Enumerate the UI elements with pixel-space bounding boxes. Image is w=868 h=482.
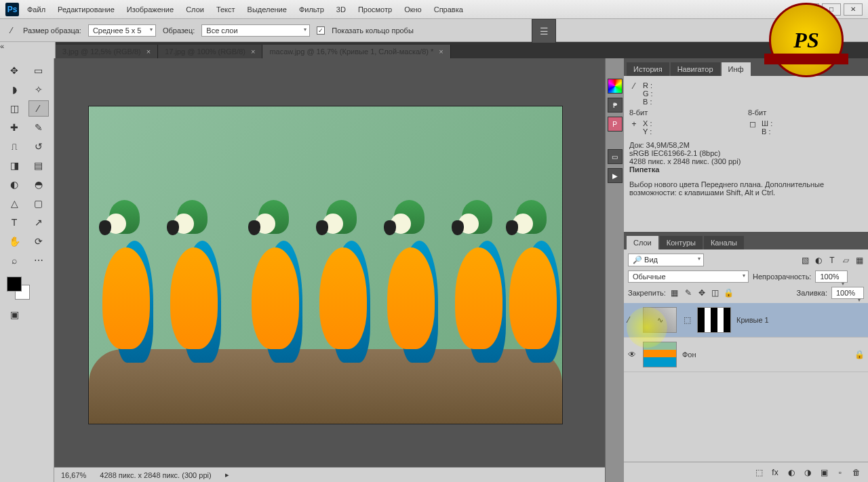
adjustment-layer-icon[interactable]: ◑	[803, 468, 812, 477]
paragraph-dock-icon[interactable]: P	[608, 117, 623, 132]
lock-pixels-icon[interactable]: ▦	[670, 288, 679, 298]
magic-wand-tool[interactable]: ✧	[28, 81, 49, 98]
lock-artboard-icon[interactable]: ◫	[711, 288, 720, 298]
dodge-tool[interactable]: ◓	[28, 176, 49, 193]
crosshair-icon: +	[629, 119, 639, 129]
filter-adjust-icon[interactable]: ◐	[814, 256, 823, 265]
doc-tab-2[interactable]: macaw.jpg @ 16,7% (Кривые 1, Слой-маска/…	[262, 45, 450, 58]
menu-filter[interactable]: Фильтр	[299, 5, 324, 14]
layers-panel: Слои Контуры Каналы 🔎 Вид ▧ ◐ T ▱ ▦	[624, 232, 868, 482]
tabs-left-spacer: «	[0, 42, 56, 58]
glyphs-dock-icon[interactable]: ₱	[608, 98, 623, 113]
tab-history[interactable]: История	[627, 62, 669, 76]
group-icon[interactable]: ▣	[819, 468, 829, 477]
window-close-button[interactable]: ✕	[844, 3, 863, 16]
foreground-color[interactable]	[7, 277, 22, 292]
tab-paths[interactable]: Контуры	[660, 236, 703, 249]
floating-panel-icon[interactable]: ☰	[532, 19, 556, 43]
close-icon[interactable]: ×	[439, 47, 443, 56]
actions-dock-icon[interactable]: ▶	[608, 168, 623, 183]
fill-input[interactable]: 100%	[831, 287, 864, 299]
options-bar: ⁄ Размер образца: Среднее 5 x 5 Образец:…	[0, 19, 868, 42]
menu-view[interactable]: Просмотр	[358, 5, 392, 14]
link-layers-icon[interactable]: ⬚	[754, 468, 764, 477]
close-icon[interactable]: ×	[146, 47, 151, 56]
eyedropper-tool[interactable]: ⁄	[28, 100, 49, 117]
opacity-input[interactable]: 100%	[815, 270, 848, 283]
layer-name[interactable]: Кривые 1	[736, 316, 769, 324]
trash-icon[interactable]: 🗑	[852, 468, 861, 477]
marquee-tool[interactable]: ▭	[28, 62, 49, 79]
menu-image[interactable]: Изображение	[127, 5, 174, 14]
history-dock-icon[interactable]: ▭	[608, 149, 623, 164]
dock-column: ₱ P ▭ ▶	[605, 58, 624, 482]
history-brush-tool[interactable]: ↺	[28, 138, 49, 155]
stamp-tool[interactable]: ⎍	[4, 138, 24, 155]
toolbox: ✥ ▭ ◗ ✧ ◫ ⁄ ✚ ✎ ⎍ ↺ ◨ ▤ ◐ ◓ △ ▢ T ↗ ✋ ⟳ …	[0, 58, 54, 482]
zoom-level[interactable]: 16,67%	[61, 471, 86, 479]
blur-tool[interactable]: ◐	[4, 176, 24, 193]
screen-mode-tool[interactable]: ▣	[4, 306, 24, 323]
new-layer-icon[interactable]: ▫	[835, 468, 845, 477]
doc-tab-1[interactable]: 17.jpg @ 100% (RGB/8)×	[158, 45, 262, 58]
sample-size-label: Размер образца:	[23, 26, 81, 35]
rotate-tool[interactable]: ⟳	[28, 233, 49, 249]
close-icon[interactable]: ×	[251, 47, 255, 56]
lasso-tool[interactable]: ◗	[4, 81, 24, 98]
tab-navigator[interactable]: Навигатор	[671, 62, 720, 76]
mask-icon[interactable]: ◐	[787, 468, 796, 477]
tab-channels[interactable]: Каналы	[704, 236, 744, 249]
layer-item-background[interactable]: 👁 Фон 🔒	[624, 338, 868, 372]
sample-label: Образец:	[163, 26, 195, 35]
doc-dimensions: 4288 пикс. x 2848 пикс. (300 ppi)	[100, 471, 211, 479]
lock-brush-icon[interactable]: ✎	[684, 288, 693, 298]
layer-name[interactable]: Фон	[682, 350, 696, 359]
layer-mask-thumb[interactable]	[697, 307, 731, 333]
info-doc: Док: 34,9M/58,2M	[629, 141, 863, 149]
color-dock-icon[interactable]	[608, 79, 623, 94]
move-tool[interactable]: ✥	[4, 62, 24, 79]
sample-size-select[interactable]: Среднее 5 x 5	[88, 24, 156, 37]
menu-select[interactable]: Выделение	[248, 5, 287, 14]
menu-layers[interactable]: Слои	[186, 5, 204, 14]
chevron-icon[interactable]: ▸	[225, 470, 229, 479]
blend-mode-select[interactable]: Обычные	[628, 270, 749, 283]
app-icon: Ps	[5, 3, 19, 16]
sample-layers-select[interactable]: Все слои	[201, 24, 310, 37]
doc-tab-0[interactable]: 3.jpg @ 12,5% (RGB/8)×	[56, 45, 158, 58]
menu-window[interactable]: Окно	[404, 5, 422, 14]
link-icon[interactable]: ⬚	[682, 315, 692, 325]
type-tool[interactable]: T	[4, 214, 24, 230]
menu-edit[interactable]: Редактирование	[58, 5, 115, 14]
heal-tool[interactable]: ✚	[4, 119, 24, 136]
menu-text[interactable]: Текст	[216, 5, 235, 14]
filter-image-icon[interactable]: ▧	[800, 256, 810, 265]
filter-shape-icon[interactable]: ▱	[841, 256, 850, 265]
filter-smart-icon[interactable]: ▦	[854, 256, 864, 265]
crop-tool[interactable]: ◫	[4, 100, 24, 117]
fx-icon[interactable]: fx	[770, 468, 780, 477]
layer-kind-select[interactable]: 🔎 Вид	[628, 254, 704, 266]
shape-tool[interactable]: ▢	[28, 195, 49, 212]
pen-tool[interactable]: △	[4, 195, 24, 212]
menu-help[interactable]: Справка	[434, 5, 463, 14]
visibility-toggle[interactable]: 👁	[628, 350, 637, 359]
show-ring-checkbox[interactable]: ✓	[317, 26, 325, 35]
filter-type-icon[interactable]: T	[827, 256, 837, 265]
lock-all-icon[interactable]: 🔒	[724, 288, 734, 298]
menu-3d[interactable]: 3D	[336, 5, 346, 14]
menu-file[interactable]: Файл	[27, 5, 45, 14]
path-tool[interactable]: ↗	[28, 214, 49, 230]
zoom-tool[interactable]: ⌕	[4, 252, 24, 268]
extra-tool[interactable]: ⋯	[28, 252, 49, 268]
color-swatches[interactable]	[7, 277, 30, 300]
hand-tool[interactable]: ✋	[4, 233, 24, 249]
canvas-area[interactable]: 16,67% 4288 пикс. x 2848 пикс. (300 ppi)…	[54, 58, 605, 482]
tab-layers[interactable]: Слои	[627, 236, 658, 249]
gradient-tool[interactable]: ▤	[28, 157, 49, 174]
lock-move-icon[interactable]: ✥	[697, 288, 707, 298]
eraser-tool[interactable]: ◨	[4, 157, 24, 174]
tab-info[interactable]: Инф	[722, 62, 751, 76]
brush-tool[interactable]: ✎	[28, 119, 49, 136]
show-ring-label: Показать кольцо пробы	[332, 26, 414, 35]
